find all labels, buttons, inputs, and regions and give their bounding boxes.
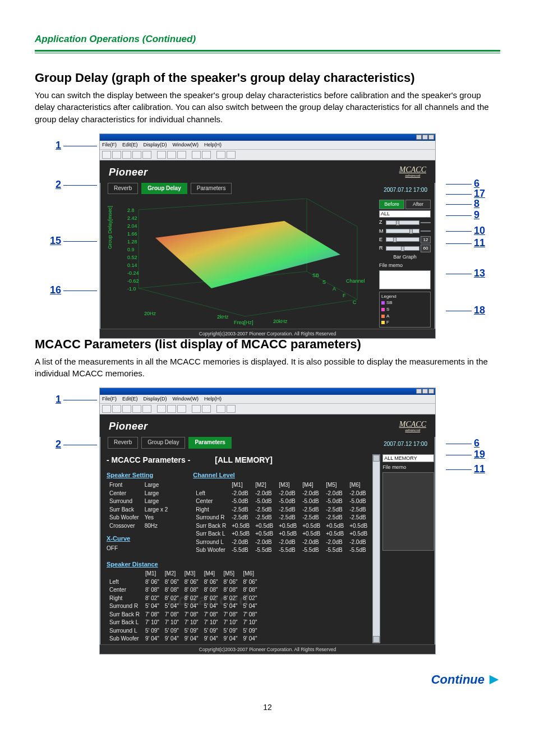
tab-reverb[interactable]: Reverb: [108, 437, 138, 449]
toolbar-button[interactable]: [142, 151, 151, 159]
mcacc-badge: MCACCadvanced: [399, 421, 426, 432]
r-slider[interactable]: R60: [379, 245, 431, 252]
tab-reverb[interactable]: Reverb: [108, 183, 138, 195]
scroll-up-icon[interactable]: [373, 455, 380, 462]
menu-file[interactable]: File(F): [102, 141, 117, 149]
toolbar-button[interactable]: [177, 151, 186, 159]
callout-19[interactable]: 19: [444, 447, 485, 462]
toolbar-button[interactable]: [227, 405, 236, 413]
toolbar-button[interactable]: [157, 151, 166, 159]
callout-15[interactable]: 15: [50, 233, 99, 248]
close-button[interactable]: [428, 389, 434, 394]
group-delay-3d-plot[interactable]: 2.8 2.42 2.04 1.66 1.28 0.9 0.52 0.14 -0…: [102, 199, 377, 328]
svg-text:C: C: [353, 299, 357, 305]
toolbar-button[interactable]: [167, 405, 176, 413]
toolbar-button[interactable]: [157, 405, 166, 413]
figure2-wrap: 1 2 6 19 11 File(F) Edit(E) Display(D) W…: [66, 388, 469, 629]
tab-parameters[interactable]: Parameters: [188, 437, 231, 449]
legend-title: Legend: [381, 293, 428, 300]
toolbar-button[interactable]: [202, 405, 211, 413]
file-memo-field[interactable]: [382, 472, 434, 551]
toolbar-button[interactable]: [102, 405, 111, 413]
callout-18[interactable]: 18: [444, 303, 485, 317]
toolbar-button[interactable]: [122, 405, 131, 413]
callout-label: 2: [56, 439, 61, 450]
section2-lead: A list of the measurements in all the MC…: [35, 356, 500, 380]
timestamp: 2007.07.12 17:00: [384, 440, 427, 449]
continue-link[interactable]: Continue: [431, 671, 500, 689]
maximize-button[interactable]: [422, 389, 428, 394]
close-button[interactable]: [428, 135, 434, 140]
tab-group-delay[interactable]: Group Delay: [141, 183, 187, 195]
toolbar-button[interactable]: [112, 405, 121, 413]
mcacc-scope: [ALL MEMORY]: [215, 455, 273, 464]
toolbar-button[interactable]: [216, 405, 225, 413]
z-slider[interactable]: Z: [379, 219, 431, 226]
callout-9[interactable]: 9: [444, 208, 479, 222]
callout-1[interactable]: 1: [56, 138, 99, 153]
menu-file[interactable]: File(F): [102, 395, 117, 403]
callout-16[interactable]: 16: [50, 283, 99, 297]
mcacc-side-panel: ALL MEMORY File memo: [382, 454, 434, 643]
menu-display[interactable]: Display(D): [144, 395, 167, 403]
callout-11b[interactable]: 11: [444, 462, 485, 476]
menu-window[interactable]: Window(W): [173, 395, 199, 403]
titlebar[interactable]: [100, 388, 435, 395]
menu-edit[interactable]: Edit(E): [122, 395, 138, 403]
maximize-button[interactable]: [422, 135, 428, 140]
page-number: 12: [35, 702, 500, 713]
callout-11[interactable]: 11: [444, 236, 485, 250]
menu-display[interactable]: Display(D): [144, 141, 167, 149]
svg-text:-0.62: -0.62: [127, 278, 139, 284]
plot-svg: 2.8 2.42 2.04 1.66 1.28 0.9 0.52 0.14 -0…: [102, 199, 377, 328]
file-memo-field[interactable]: [379, 270, 431, 289]
svg-text:-1.0: -1.0: [127, 286, 136, 292]
toolbar-button[interactable]: [202, 151, 211, 159]
toolbar-button[interactable]: [132, 405, 141, 413]
toolbar-button[interactable]: [112, 151, 121, 159]
svg-text:20Hz: 20Hz: [144, 311, 156, 316]
callout-label: 10: [474, 225, 485, 236]
memory-select[interactable]: ALL MEMORY: [382, 454, 434, 462]
toolbar-button[interactable]: [216, 151, 225, 159]
menu-window[interactable]: Window(W): [173, 141, 199, 149]
m-slider[interactable]: M: [379, 228, 431, 235]
minimize-button[interactable]: [416, 135, 422, 140]
toolbar-button[interactable]: [192, 405, 201, 413]
toolbar-button[interactable]: [122, 151, 131, 159]
callout-2[interactable]: 2: [56, 177, 99, 192]
bar-graph-button[interactable]: Bar Graph: [379, 253, 431, 261]
section1-lead: You can switch the display between the s…: [35, 89, 500, 126]
tab-parameters[interactable]: Parameters: [191, 183, 232, 195]
callout-1b[interactable]: 1: [56, 392, 99, 407]
callout-13[interactable]: 13: [444, 266, 485, 280]
svg-text:2.8: 2.8: [127, 208, 135, 213]
toolbar-button[interactable]: [177, 405, 186, 413]
mcacc-badge: MCACCadvanced: [399, 166, 426, 178]
channel-select[interactable]: ALL: [379, 210, 431, 218]
speaker-setting-title: Speaker Setting: [107, 471, 170, 480]
before-button[interactable]: Before: [379, 200, 404, 209]
toolbar-button[interactable]: [102, 151, 111, 159]
toolbar-button[interactable]: [132, 151, 141, 159]
svg-text:Group Delay[msec]: Group Delay[msec]: [107, 206, 113, 249]
callout-2b[interactable]: 2: [56, 437, 99, 451]
e-slider[interactable]: E12: [379, 236, 431, 244]
svg-text:A: A: [333, 286, 336, 292]
toolbar-button[interactable]: [167, 151, 176, 159]
timestamp: 2007.07.12 17:00: [384, 186, 427, 195]
titlebar[interactable]: [100, 134, 435, 141]
toolbar-button[interactable]: [192, 151, 201, 159]
tab-group-delay[interactable]: Group Delay: [141, 437, 185, 449]
minimize-button[interactable]: [416, 389, 422, 394]
toolbar-button[interactable]: [227, 151, 236, 159]
statusbar: Copyright(c)2003-2007 Pioneer Corporatio…: [100, 329, 435, 338]
toolbar-button[interactable]: [142, 405, 151, 413]
scroll-down-icon[interactable]: [373, 636, 380, 643]
scrollbar[interactable]: [372, 454, 380, 643]
svg-text:SB: SB: [312, 273, 319, 278]
menu-help[interactable]: Help(H): [204, 141, 222, 149]
menu-edit[interactable]: Edit(E): [122, 141, 138, 149]
after-button[interactable]: After: [405, 200, 431, 209]
menu-help[interactable]: Help(H): [204, 395, 222, 403]
